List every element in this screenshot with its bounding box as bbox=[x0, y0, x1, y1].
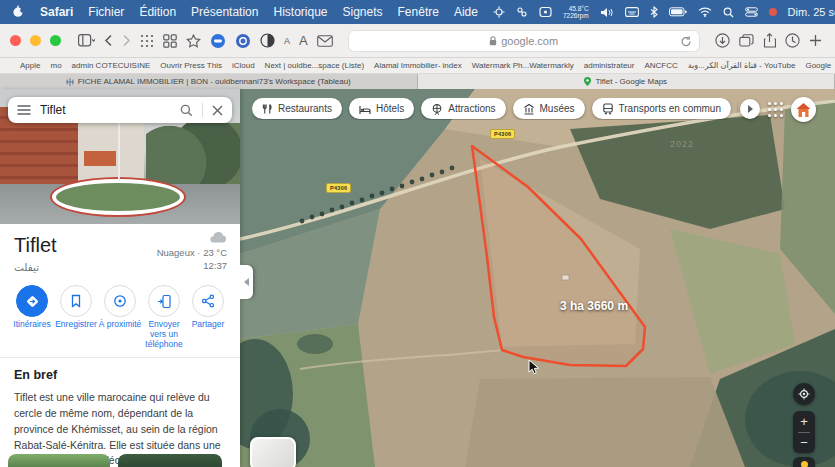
email-page-icon[interactable] bbox=[317, 35, 333, 47]
bookmark-ancfcc[interactable]: ANCFCC bbox=[644, 61, 677, 70]
macos-menu-bar: Safari Fichier Édition Présentation Hist… bbox=[0, 0, 835, 24]
google-apps-grid-icon[interactable] bbox=[768, 102, 784, 118]
tab-overview-button[interactable] bbox=[739, 34, 754, 47]
local-time: 12:37 bbox=[157, 260, 227, 273]
bookmark-youtube-quran[interactable]: قناة القرآن الكر...وبة - YouTube bbox=[688, 61, 796, 70]
menu-hamburger-icon[interactable] bbox=[17, 105, 31, 115]
apple-menu-icon[interactable] bbox=[12, 4, 25, 21]
menu-fenetre[interactable]: Fenêtre bbox=[398, 5, 439, 19]
wifi-icon[interactable] bbox=[698, 7, 712, 17]
bookmark-apple[interactable]: Apple bbox=[20, 61, 40, 70]
bookmark-cotecuisine[interactable]: admin COTECUISINE bbox=[72, 61, 151, 70]
maps-search-box[interactable]: Tiflet bbox=[8, 97, 232, 123]
menu-aide[interactable]: Aide bbox=[454, 5, 478, 19]
bookmark-administrateur[interactable]: administrateur bbox=[584, 61, 635, 70]
extension-icon-1[interactable] bbox=[210, 33, 226, 49]
text-size-decrease-button[interactable]: A bbox=[284, 36, 290, 46]
place-panel: Tiflet Tiflet تيفلت Nuageux · 23 °C 12:3… bbox=[0, 89, 240, 467]
history-clock-button[interactable] bbox=[785, 33, 800, 48]
menu-extra-icon-1[interactable] bbox=[493, 6, 505, 18]
menu-safari[interactable]: Safari bbox=[40, 5, 73, 19]
zoom-out-button[interactable]: − bbox=[793, 433, 815, 453]
bookmark-alamal-immobilier[interactable]: Alamal Immobilier- index bbox=[374, 61, 462, 70]
dark-mode-extension-icon[interactable] bbox=[260, 33, 275, 48]
battery-icon[interactable] bbox=[669, 7, 687, 17]
tab-google-maps[interactable]: Tiflet - Google Maps bbox=[418, 74, 835, 89]
fullscreen-window-button[interactable] bbox=[50, 35, 61, 46]
menu-edition[interactable]: Édition bbox=[139, 5, 176, 19]
my-location-button[interactable] bbox=[793, 383, 815, 405]
bluetooth-icon[interactable] bbox=[650, 6, 658, 18]
menu-presentation[interactable]: Présentation bbox=[191, 5, 258, 19]
close-icon[interactable] bbox=[212, 105, 223, 116]
chip-attractions[interactable]: Attractions bbox=[421, 98, 505, 119]
forward-button[interactable] bbox=[122, 34, 131, 47]
zoom-in-button[interactable]: + bbox=[793, 412, 815, 432]
downloads-button[interactable] bbox=[715, 33, 730, 48]
keyboard-input-icon[interactable] bbox=[625, 7, 639, 17]
menu-fichier[interactable]: Fichier bbox=[88, 5, 124, 19]
search-input[interactable]: Tiflet bbox=[40, 103, 171, 117]
tab-tableau-workspace[interactable]: FICHE ALAMAL IMMOBILIER | BON - ouldbenn… bbox=[0, 74, 418, 89]
hotel-thumbnail[interactable] bbox=[118, 454, 222, 467]
recording-indicator-icon[interactable] bbox=[769, 8, 777, 16]
menu-signets[interactable]: Signets bbox=[343, 5, 383, 19]
weather-summary: Nuageux · 23 °C bbox=[157, 247, 227, 260]
temperature-widget[interactable]: 45.8°C 7226rpm bbox=[563, 5, 589, 20]
favorites-star-icon[interactable] bbox=[186, 34, 201, 48]
bookmark-next-liste[interactable]: Next | ouldbe...space (Liste) bbox=[265, 61, 364, 70]
lock-icon bbox=[489, 36, 497, 46]
hotel-thumbnail[interactable] bbox=[8, 454, 110, 467]
bookmark-google[interactable]: Google bbox=[805, 61, 831, 70]
menu-bar-clock[interactable]: Dim. 25 sept. à 12:37 bbox=[788, 6, 835, 18]
restaurant-icon bbox=[262, 103, 273, 115]
reload-icon[interactable] bbox=[680, 35, 692, 48]
chip-transit[interactable]: Transports en commun bbox=[592, 98, 731, 119]
search-icon[interactable] bbox=[180, 104, 193, 117]
about-section: En bref Tiflet est une ville marocaine q… bbox=[0, 358, 240, 467]
chip-restaurants[interactable]: Restaurants bbox=[252, 98, 342, 119]
menu-historique[interactable]: Historique bbox=[273, 5, 327, 19]
chip-hotels[interactable]: Hôtels bbox=[349, 98, 414, 119]
share-button[interactable] bbox=[763, 33, 776, 48]
frequently-visited-icon[interactable] bbox=[163, 34, 177, 48]
chip-label: Transports en commun bbox=[619, 103, 721, 114]
send-to-phone-icon bbox=[148, 285, 180, 317]
extension-icon-2[interactable] bbox=[235, 33, 251, 49]
volume-icon[interactable] bbox=[600, 7, 614, 18]
pegman-button[interactable] bbox=[793, 457, 815, 467]
text-size-increase-button[interactable]: A bbox=[299, 33, 308, 48]
account-avatar[interactable] bbox=[791, 97, 816, 122]
back-button[interactable] bbox=[104, 34, 113, 47]
map-inset-toggle[interactable] bbox=[250, 437, 296, 467]
tab-group-grid-icon[interactable] bbox=[140, 34, 154, 48]
share-place-button[interactable]: Partager bbox=[186, 285, 230, 349]
chip-label: Restaurants bbox=[278, 103, 332, 114]
nearby-button[interactable]: À proximité bbox=[98, 285, 142, 349]
about-heading: En bref bbox=[14, 368, 226, 382]
sensor-app-icon[interactable] bbox=[539, 6, 552, 18]
close-window-button[interactable] bbox=[10, 35, 21, 46]
chips-scroll-right-button[interactable] bbox=[740, 99, 760, 119]
minimize-window-button[interactable] bbox=[30, 35, 41, 46]
menu-extra-icon-2[interactable] bbox=[516, 6, 528, 18]
collapse-panel-button[interactable] bbox=[240, 265, 253, 299]
photo-lamp-pole bbox=[118, 115, 120, 181]
spotlight-search-icon[interactable] bbox=[723, 7, 734, 18]
chip-museums[interactable]: Musées bbox=[513, 98, 585, 119]
save-button[interactable]: Enregistrer bbox=[54, 285, 98, 349]
address-bar[interactable]: google.com bbox=[348, 30, 700, 52]
sidebar-toggle-button[interactable] bbox=[78, 34, 95, 47]
photo-roundabout bbox=[52, 179, 184, 215]
new-tab-button[interactable] bbox=[809, 34, 822, 47]
control-center-icon[interactable] bbox=[745, 7, 758, 17]
satellite-map[interactable]: P4306 P4306 3 ha 3660 m 2022 Restaurants… bbox=[240, 89, 835, 467]
bookmark-watermarkly[interactable]: Watermark Ph...Watermarkly bbox=[472, 61, 574, 70]
bookmark-mo[interactable]: mo bbox=[50, 61, 61, 70]
bookmark-icloud[interactable]: iCloud bbox=[232, 61, 255, 70]
bookmark-press-this[interactable]: Ouvrir Press This bbox=[160, 61, 222, 70]
avatar-house-logo bbox=[795, 102, 812, 118]
locate-icon bbox=[798, 388, 810, 400]
directions-button[interactable]: Itinéraires bbox=[10, 285, 54, 349]
send-to-phone-button[interactable]: Envoyer vers un téléphone bbox=[142, 285, 186, 349]
